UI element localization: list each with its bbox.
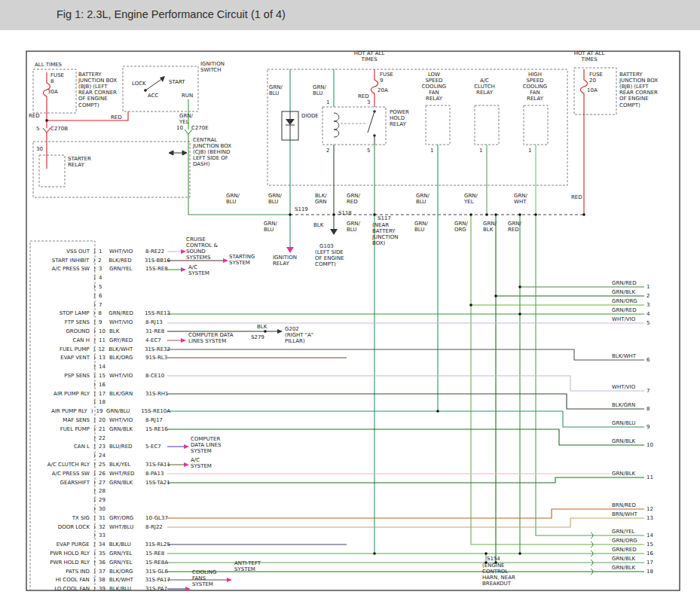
pin-wire-color: BLU/RED xyxy=(109,444,145,450)
pin-circuit-code: 31S-PA7 xyxy=(145,586,170,592)
power-hold-relay-symbol xyxy=(334,111,375,145)
ignition-switch-label: IGNITION SWITCH xyxy=(200,61,235,73)
terminal-number: 13 xyxy=(647,515,653,521)
pin-wire-color: BLK/BLU xyxy=(109,541,145,548)
pin-circuit-code: 8-CE10 xyxy=(145,373,170,379)
stage: Fig 1: 2.3L, Engine Performance Circuit … xyxy=(0,0,700,607)
pin-number: 5 xyxy=(98,284,109,290)
terminal-wire-color: WHT/VIO xyxy=(612,316,657,322)
pin-circuit-code: 31S-GL6 xyxy=(145,569,170,575)
wire-color-label: GRN/ RED xyxy=(508,221,521,233)
system-arrowheads xyxy=(181,247,294,591)
pin-circuit-code: 4-EC7 xyxy=(145,337,170,343)
pin-number: 22 xyxy=(98,435,109,441)
pin-number: 37 xyxy=(98,569,109,575)
diode-symbol xyxy=(282,111,298,140)
pin-function-label: CAN H xyxy=(30,337,93,343)
wire-color-label: GRN/ BLU xyxy=(416,193,429,205)
low-speed-relay-label: LOW SPEED COOLING FAN RELAY xyxy=(421,72,447,102)
pin-circuit-code: 31S-BB16 xyxy=(145,258,170,264)
pin-number: 8 xyxy=(97,310,109,316)
pin-circuit-code: 31-RE8 xyxy=(145,328,170,334)
terminal-number: 7 xyxy=(647,388,650,394)
pin-number: 29 xyxy=(98,497,109,503)
pin-number: 23 xyxy=(98,444,109,450)
pin-number: 4 xyxy=(98,275,109,281)
terminal-wire-color: BLK/GRN xyxy=(612,402,657,408)
wire-color-label: GRN/ ORG xyxy=(454,221,468,233)
pin-number: 27 xyxy=(98,480,109,486)
ac-relay-pin-1: 1 xyxy=(479,148,482,154)
terminal-row: GRN/BLK 11 xyxy=(612,471,657,477)
pin-function-label: LO COOL FAN xyxy=(30,586,93,592)
pin-wire-color: WHT/VIO xyxy=(109,417,145,423)
pin-row: A/C PRESS SW 3 GRN/YEL 15S-RE8 xyxy=(30,265,170,274)
pin-circuit-code: 15-RE16 xyxy=(145,426,170,432)
pin-circuit-code: 15-RE8A xyxy=(145,560,170,566)
pin-number: 20 xyxy=(98,417,109,423)
fuse8-name: FUSE 8 xyxy=(50,72,64,84)
red-wire-label-b: RED xyxy=(111,114,122,120)
terminal-row: GRN/ORG 15 xyxy=(612,538,657,544)
relay-pin-5: 5 xyxy=(367,148,370,154)
pin-row: 22 xyxy=(30,434,170,443)
pin-circuit-code: 15S-RE13 xyxy=(145,310,170,316)
pin-wire-color: WHT/BLU xyxy=(109,524,145,530)
ignition-relay-label: IGNITION RELAY xyxy=(273,255,303,267)
pin-number: 34 xyxy=(98,541,109,548)
pin-circuit-code: 15S-RE10A xyxy=(141,408,170,414)
all-times-label: ALL TIMES xyxy=(35,62,62,68)
pin-row: A/C PRESS SW 26 WHT/RED 8-PA13 xyxy=(30,469,170,478)
bjb-right-label: BATTERY JUNCTION BOX (BJB) (LEFT REAR CO… xyxy=(619,72,663,108)
pin-function-label: AIR PUMP RLY xyxy=(30,408,91,414)
pin-function-label: FUEL PUMP xyxy=(30,426,93,432)
wire-color-label: GRN/ BLU xyxy=(268,193,282,205)
wire-color-label: GRN/ RED xyxy=(347,193,360,205)
pin-row: A/C CLUTCH RLY 25 BLK/YEL 31S-FA11 xyxy=(30,460,170,469)
pin-row: 14 xyxy=(30,362,170,371)
ac-clutch-relay-label: A/C CLUTCH RELAY xyxy=(472,78,497,96)
pin-row: GEARSHIFT 27 GRN/BLK 15S-TA21 xyxy=(30,478,170,487)
red-wire-label-c: RED xyxy=(358,93,369,99)
pin-row: 16 xyxy=(30,380,170,389)
pin-row: HI COOL FAN 38 BLK/WHT 31S-PA17 xyxy=(30,575,170,584)
pin-function-label: A/C CLUTCH RLY xyxy=(30,462,93,468)
pin-number: 24 xyxy=(98,453,109,459)
wire-color-label: GRN/ BLU xyxy=(264,221,277,233)
pin-circuit-code: 8-PA13 xyxy=(145,471,170,477)
pin-row: AIR PUMP RLY 17 BLK/GRN 31S-RH1 xyxy=(30,389,170,398)
pin-function-label: GROUND xyxy=(30,328,93,334)
pin-number: 25 xyxy=(98,462,109,468)
terminal-row: GRN/RED 1 xyxy=(612,280,657,286)
c270b-connector: C270B xyxy=(50,126,68,132)
c270e-connector: C270E xyxy=(191,125,209,131)
pin-circuit-code: 15-RE8 xyxy=(145,551,170,557)
pin-wire-color: GRN/RED xyxy=(109,310,145,316)
terminal-wire-color: GRN/ORG xyxy=(612,298,657,304)
high-relay-pin-1: 1 xyxy=(528,148,531,154)
pin-number: 21 xyxy=(98,426,109,432)
switch-pos-run: RUN xyxy=(182,93,193,99)
wire-color-label: BLK xyxy=(313,222,323,228)
terminal-row: WHT/VIO 7 xyxy=(612,384,657,390)
pin-wire-color: WHT/VIO xyxy=(109,373,145,379)
pin-wire-color: GRN/BLK xyxy=(109,480,145,486)
pin-wire-color: GRN/YEL xyxy=(109,266,145,272)
pin-function-label: PSP SENS xyxy=(30,373,93,379)
pin-circuit-code: 8-RJ13 xyxy=(145,319,170,325)
hot-at-all-times-right: HOT AT ALL TIMES xyxy=(569,50,610,63)
red-wire-label-a: RED xyxy=(29,113,40,119)
relay-pin-3: 3 xyxy=(367,99,370,105)
terminal-row: WHT/VIO 5 xyxy=(612,316,657,322)
pin-row: FTP SENS 9 WHT/VIO 8-RJ13 xyxy=(30,318,170,327)
pin-row: 18 xyxy=(30,398,170,407)
pin-row: CAN L 23 BLU/RED 5-EC7 xyxy=(30,443,170,452)
pin-row: CAN H 11 GRY/RED 4-EC7 xyxy=(30,336,170,345)
pin-function-label: START INHIBIT xyxy=(30,258,93,264)
pin-row: 6 xyxy=(30,291,170,300)
terminal-wire-color: GRN/RED xyxy=(612,280,657,286)
pin-row: 24 xyxy=(30,451,170,460)
splice-s154: S154 xyxy=(487,556,500,562)
pin-circuit-code: 31S-RL25 xyxy=(145,541,170,548)
pin-number: 16 xyxy=(98,382,109,388)
